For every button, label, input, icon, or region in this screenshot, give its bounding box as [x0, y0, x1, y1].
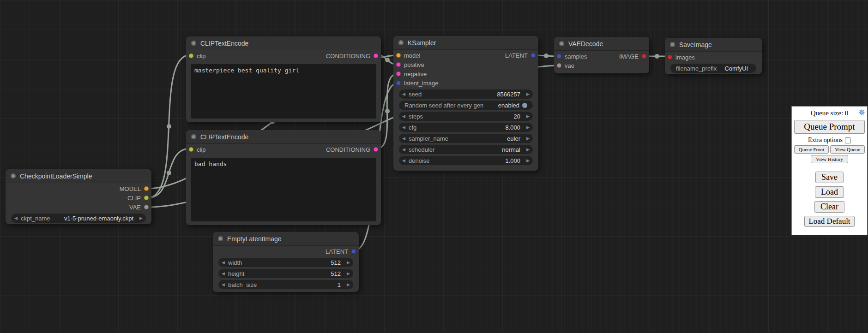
- latent-port-dot[interactable]: [351, 249, 356, 254]
- node-title-bar[interactable]: SaveImage: [665, 38, 762, 52]
- collapse-toggle-icon[interactable]: [398, 40, 404, 45]
- input-port-latent-image[interactable]: latent_image: [396, 80, 438, 87]
- collapse-toggle-icon[interactable]: [670, 42, 675, 47]
- prev-option-icon[interactable]: [402, 134, 409, 143]
- input-port-images[interactable]: images: [668, 54, 695, 61]
- node-title-bar[interactable]: KSampler: [393, 36, 538, 50]
- output-port-latent[interactable]: LATENT: [505, 52, 536, 59]
- scheduler-widget[interactable]: scheduler normal: [399, 145, 533, 154]
- clip-port-dot[interactable]: [189, 147, 193, 152]
- clip-port-dot[interactable]: [144, 196, 149, 200]
- node-ksampler[interactable]: KSampler model LATENT positive: [393, 36, 538, 171]
- prompt-textarea[interactable]: bad hands: [191, 158, 376, 221]
- view-queue-button[interactable]: View Queue: [830, 145, 865, 154]
- model-port-dot[interactable]: [396, 53, 401, 58]
- node-clip-text-encode-positive[interactable]: CLIPTextEncode clip CONDITIONING masterp…: [186, 36, 381, 122]
- load-button[interactable]: Load: [815, 186, 844, 198]
- latent-port-dot[interactable]: [531, 53, 536, 58]
- clip-port-dot[interactable]: [189, 54, 193, 58]
- cfg-widget[interactable]: cfg 8.000: [399, 123, 533, 132]
- output-port-image[interactable]: IMAGE: [619, 53, 646, 60]
- width-widget[interactable]: width 512: [218, 258, 353, 267]
- node-empty-latent-image[interactable]: EmptyLatentImage LATENT width 512 height…: [213, 232, 359, 292]
- settings-icon[interactable]: [859, 109, 865, 115]
- node-title-bar[interactable]: EmptyLatentImage: [213, 232, 359, 246]
- output-port-clip[interactable]: CLIP: [127, 195, 149, 202]
- decrement-icon[interactable]: [222, 258, 228, 267]
- increment-icon[interactable]: [523, 112, 530, 121]
- increment-icon[interactable]: [344, 280, 350, 289]
- batch-size-widget[interactable]: batch_size 1: [218, 280, 353, 289]
- load-default-button[interactable]: Load Default: [804, 216, 854, 227]
- increment-icon[interactable]: [344, 269, 350, 278]
- image-port-dot[interactable]: [642, 54, 646, 59]
- height-widget[interactable]: height 512: [218, 269, 353, 278]
- increment-icon[interactable]: [344, 258, 350, 267]
- latent-port-dot[interactable]: [396, 81, 401, 85]
- image-port-dot[interactable]: [668, 55, 672, 59]
- decrement-icon[interactable]: [402, 112, 409, 121]
- clear-button[interactable]: Clear: [814, 201, 844, 213]
- prev-option-icon[interactable]: [402, 145, 409, 154]
- toggle-knob-icon[interactable]: [522, 103, 527, 108]
- collapse-toggle-icon[interactable]: [191, 134, 196, 139]
- ckpt-name-widget[interactable]: ckpt_name v1-5-pruned-emaonly.ckpt: [11, 214, 146, 223]
- node-title-bar[interactable]: VAEDecode: [554, 37, 649, 51]
- node-save-image[interactable]: SaveImage images filename_prefix ComfyUI: [665, 38, 762, 74]
- filename-prefix-widget[interactable]: filename_prefix ComfyUI: [670, 64, 756, 73]
- conditioning-port-dot[interactable]: [374, 54, 378, 58]
- decrement-icon[interactable]: [402, 89, 409, 99]
- decrement-icon[interactable]: [222, 269, 228, 278]
- seed-widget[interactable]: seed 8566257: [399, 89, 533, 99]
- conditioning-port-dot[interactable]: [396, 62, 401, 67]
- input-port-vae[interactable]: vae: [557, 62, 574, 69]
- latent-port-dot[interactable]: [557, 54, 561, 59]
- random-seed-toggle[interactable]: Random seed after every gen enabled: [399, 101, 533, 110]
- prompt-textarea[interactable]: masterpiece best quality girl: [191, 64, 376, 119]
- node-checkpoint-loader-simple[interactable]: CheckpointLoaderSimple MODEL CLIP VAE: [6, 169, 151, 224]
- increment-icon[interactable]: [523, 89, 530, 99]
- node-title-bar[interactable]: CLIPTextEncode: [186, 130, 381, 144]
- output-port-vae[interactable]: VAE: [129, 204, 149, 211]
- save-button[interactable]: Save: [815, 172, 844, 183]
- collapse-toggle-icon[interactable]: [11, 173, 16, 178]
- input-port-clip[interactable]: clip: [189, 146, 206, 153]
- queue-prompt-button[interactable]: Queue Prompt: [794, 120, 865, 134]
- node-title-bar[interactable]: CheckpointLoaderSimple: [6, 169, 151, 183]
- node-title-bar[interactable]: CLIPTextEncode: [186, 36, 381, 50]
- collapse-toggle-icon[interactable]: [218, 236, 223, 241]
- output-port-conditioning[interactable]: CONDITIONING: [326, 53, 378, 59]
- next-option-icon[interactable]: [523, 145, 530, 154]
- vae-port-dot[interactable]: [144, 205, 149, 209]
- conditioning-port-dot[interactable]: [374, 147, 378, 152]
- decrement-icon[interactable]: [222, 280, 228, 289]
- decrement-icon[interactable]: [402, 123, 409, 132]
- input-port-positive[interactable]: positive: [396, 61, 424, 68]
- increment-icon[interactable]: [523, 156, 530, 165]
- output-port-model[interactable]: MODEL: [120, 185, 149, 192]
- model-port-dot[interactable]: [144, 186, 149, 191]
- output-port-conditioning[interactable]: CONDITIONING: [326, 146, 378, 153]
- increment-icon[interactable]: [523, 123, 530, 132]
- input-port-clip[interactable]: clip: [189, 53, 206, 59]
- input-port-samples[interactable]: samples: [557, 53, 587, 60]
- comfyui-graph-canvas[interactable]: CheckpointLoaderSimple MODEL CLIP VAE: [0, 0, 868, 333]
- node-clip-text-encode-negative[interactable]: CLIPTextEncode clip CONDITIONING bad han…: [186, 130, 381, 225]
- view-history-button[interactable]: View History: [811, 155, 848, 163]
- next-option-icon[interactable]: [523, 134, 530, 143]
- input-port-model[interactable]: model: [396, 52, 420, 59]
- collapse-toggle-icon[interactable]: [559, 41, 564, 46]
- conditioning-port-dot[interactable]: [396, 71, 401, 76]
- node-vae-decode[interactable]: VAEDecode samples IMAGE vae: [554, 37, 649, 73]
- input-port-negative[interactable]: negative: [396, 71, 427, 77]
- prev-option-icon[interactable]: [14, 214, 21, 223]
- output-port-latent[interactable]: LATENT: [326, 248, 356, 255]
- extra-options-checkbox[interactable]: [845, 137, 851, 143]
- sampler-name-widget[interactable]: sampler_name euler: [399, 134, 533, 143]
- vae-port-dot[interactable]: [557, 63, 561, 68]
- denoise-widget[interactable]: denoise 1.000: [399, 156, 533, 165]
- steps-widget[interactable]: steps 20: [399, 112, 533, 121]
- queue-front-button[interactable]: Queue Front: [794, 145, 829, 154]
- decrement-icon[interactable]: [402, 156, 409, 165]
- collapse-toggle-icon[interactable]: [191, 41, 196, 46]
